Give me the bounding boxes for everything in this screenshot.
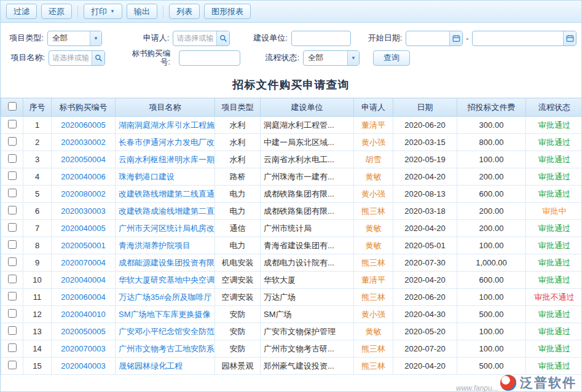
project-name-input[interactable]: [49, 53, 92, 62]
applicant-input[interactable]: [173, 34, 216, 42]
row-checkbox[interactable]: [8, 189, 17, 197]
flow-status-link[interactable]: 审批通过: [538, 344, 570, 353]
project-name-link[interactable]: 广州市文物考古工地安防系: [119, 344, 214, 353]
row-checkbox[interactable]: [8, 171, 17, 180]
cell-code: 2020070003: [52, 340, 116, 358]
toolbar-button-chart-report[interactable]: 图形报表: [204, 4, 251, 19]
calendar-icon[interactable]: [563, 31, 576, 45]
cell-fee: 500.00: [479, 361, 504, 370]
project-name-link[interactable]: 华软大厦研究基地中央空调: [119, 275, 214, 284]
toolbar-button-export[interactable]: 输出: [127, 4, 157, 19]
table-row: 112020060004万达广场35#会所及咖啡厅空调安装万达广场熊三林2020…: [1, 289, 582, 306]
end-date-input[interactable]: [473, 34, 563, 42]
cell-code: 2020070004: [52, 254, 116, 272]
flow-status-select[interactable]: 全部 ▼: [303, 50, 360, 66]
bid-code-link[interactable]: 2020050005: [61, 327, 105, 336]
row-checkbox[interactable]: [8, 309, 17, 318]
table-row: 42020040006珠海鹤港口建设路桥广州珠海市一建有...黄敏2020-04…: [1, 168, 582, 186]
row-checkbox[interactable]: [8, 326, 17, 335]
bid-code-link[interactable]: 2020070004: [61, 258, 105, 267]
flow-status-link[interactable]: 审批通过: [538, 224, 570, 233]
flow-status-link[interactable]: 审批通过: [538, 258, 570, 267]
project-name-link[interactable]: 改建铁路成渝线增建第二直: [119, 206, 214, 216]
flow-status-link[interactable]: 审批通过: [538, 275, 570, 284]
project-name-link[interactable]: 成都能源建设集团投资有限: [119, 258, 214, 267]
flow-status-link[interactable]: 审批通过: [538, 138, 570, 147]
search-icon[interactable]: [92, 51, 104, 65]
flow-status-link[interactable]: 审批通过: [538, 172, 570, 181]
project-name-link[interactable]: 云南水利枢纽潜明水库一期: [119, 155, 214, 164]
cell-unit: 万达广场: [261, 289, 354, 306]
flow-status-link[interactable]: 审批通过: [538, 327, 570, 336]
start-date-field: [406, 31, 463, 46]
toolbar-button-filter[interactable]: 过滤: [6, 4, 37, 19]
row-checkbox[interactable]: [8, 275, 17, 283]
row-checkbox[interactable]: [8, 206, 17, 214]
cell-code: 2020040006: [52, 168, 116, 186]
project-name-link[interactable]: 长春市伊通河水力发电厂改: [119, 138, 214, 147]
cell-unit: 广安市文物保护管理: [261, 323, 354, 340]
vendor-url: www.fanpu...: [456, 384, 498, 392]
bid-purchase-no-input[interactable]: [179, 53, 240, 62]
project-name-link[interactable]: 改建铁路线增建第二线直通: [119, 189, 214, 198]
cell-project-type: 水利: [230, 155, 246, 164]
project-name-link[interactable]: 广安邓小平纪念馆安全防范: [119, 327, 214, 336]
row-checkbox[interactable]: [8, 120, 17, 128]
bid-code-link[interactable]: 2020060004: [61, 292, 105, 302]
select-all-checkbox[interactable]: [8, 102, 17, 111]
bid-code-link[interactable]: 2020040006: [61, 172, 105, 181]
flow-status-link[interactable]: 审批通过: [538, 155, 570, 164]
cell-unit: 成都电力设计院有...: [261, 254, 354, 272]
project-name-link[interactable]: 珠海鹤港口建设: [119, 172, 175, 181]
start-date-input[interactable]: [406, 34, 449, 42]
bid-code-link[interactable]: 2020040005: [61, 224, 105, 233]
bid-code-link[interactable]: 2020030002: [61, 138, 105, 147]
bid-code-link[interactable]: 2020030003: [61, 206, 105, 216]
cell-seq: 14: [23, 340, 52, 358]
bid-code-link[interactable]: 2020070003: [61, 344, 105, 353]
flow-status-link[interactable]: 审批通过: [538, 361, 570, 370]
cell-construction-unit: 广州市统计局: [264, 224, 312, 233]
flow-status-link[interactable]: 审批中: [543, 206, 567, 216]
search-icon[interactable]: [216, 31, 229, 45]
toolbar-separator: [77, 6, 78, 17]
row-checkbox[interactable]: [8, 292, 17, 300]
bid-code-link[interactable]: 2020040004: [61, 275, 105, 284]
project-name-link[interactable]: 青海洪湖养护院项目: [119, 241, 191, 250]
chevron-down-icon: ▼: [347, 51, 359, 65]
project-name-link[interactable]: 晟铭园林绿化工程: [119, 361, 183, 370]
cell-applicant: 熊三林: [354, 254, 393, 272]
bid-code-link[interactable]: 2020050004: [61, 155, 105, 164]
bid-code-link[interactable]: 2020050001: [61, 241, 105, 250]
cell-unit: SM广场: [261, 306, 354, 323]
bid-code-link[interactable]: 2020040003: [61, 361, 105, 370]
row-checkbox[interactable]: [8, 154, 17, 163]
flow-status-link[interactable]: 审批通过: [538, 241, 570, 250]
toolbar-button-list[interactable]: 列表: [169, 4, 200, 19]
bid-code-link[interactable]: 2020060005: [61, 120, 105, 130]
toolbar-button-restore[interactable]: 还原: [41, 4, 72, 19]
row-checkbox[interactable]: [8, 257, 17, 266]
toolbar-button-print[interactable]: 打印▼: [84, 4, 122, 19]
row-checkbox[interactable]: [8, 361, 17, 369]
bid-code-link[interactable]: 2020040010: [61, 310, 105, 319]
project-name-link[interactable]: 万达广场35#会所及咖啡厅: [119, 292, 212, 302]
bid-code-link[interactable]: 2020080002: [61, 189, 105, 198]
project-name-link[interactable]: 广州市天河区统计局机房改: [119, 224, 214, 233]
construction-unit-input[interactable]: [292, 34, 350, 42]
cell-fee: 500.00: [479, 310, 504, 319]
row-checkbox[interactable]: [8, 223, 17, 232]
flow-status-link[interactable]: 审批通过: [538, 189, 570, 198]
row-checkbox[interactable]: [8, 240, 17, 249]
row-checkbox[interactable]: [8, 137, 17, 146]
query-button[interactable]: 查询: [373, 50, 410, 66]
flow-status-link[interactable]: 审批通过: [538, 310, 570, 319]
project-name-link[interactable]: 湖南洞庭湖水库引水工程施: [119, 120, 214, 130]
calendar-icon[interactable]: [449, 31, 462, 45]
flow-status-link[interactable]: 审批通过: [538, 120, 570, 130]
flow-status-link[interactable]: 审批不通过: [535, 292, 575, 302]
cell-construction-unit: 云南省水利水电工...: [264, 155, 334, 164]
project-type-select[interactable]: 全部 ▼: [47, 31, 102, 46]
project-name-link[interactable]: SM广场地下车库更换摄像: [119, 310, 211, 319]
row-checkbox[interactable]: [8, 343, 17, 352]
